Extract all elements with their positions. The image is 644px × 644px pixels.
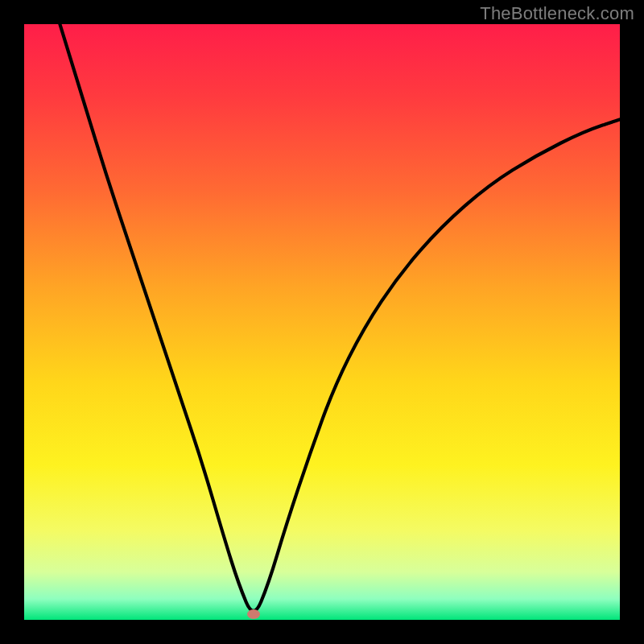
plot-area <box>24 24 620 620</box>
optimal-point-marker <box>247 609 260 619</box>
chart-stage: TheBottleneck.com <box>0 0 644 644</box>
watermark-text: TheBottleneck.com <box>480 3 634 24</box>
bottleneck-curve <box>24 24 620 620</box>
